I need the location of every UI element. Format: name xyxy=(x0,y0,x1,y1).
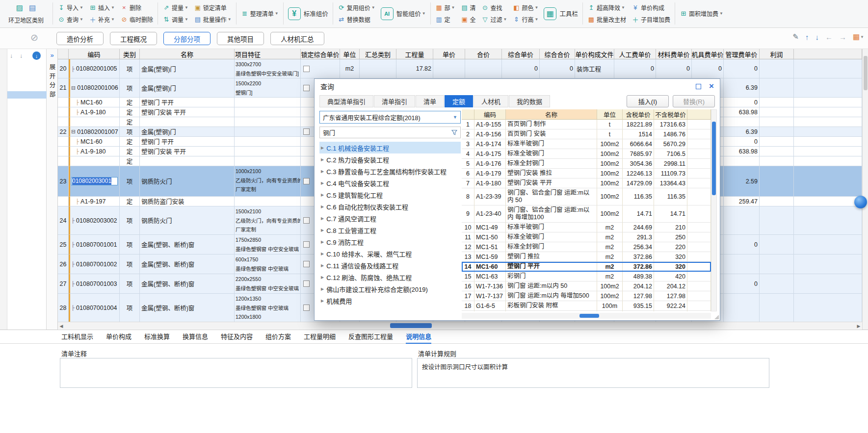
cell-feat[interactable]: 600x1750墨绿色塑钢窗 中空玻璃 xyxy=(235,255,301,274)
results-cell-notax[interactable]: 250 xyxy=(654,232,687,242)
results-cell-fill[interactable] xyxy=(687,242,711,252)
results-cell-code[interactable]: A1-9-155 xyxy=(474,120,506,129)
tab-other-items[interactable]: 其他项目 xyxy=(217,32,264,45)
cell-unit[interactable]: m2 xyxy=(340,59,360,78)
filter-button[interactable]: ▽过滤▼ xyxy=(479,14,509,25)
horizontal-scroll-thumb[interactable] xyxy=(390,323,432,328)
results-cell-unit[interactable]: 100m2 xyxy=(597,149,623,159)
cell-name[interactable]: 金属(塑钢、断桥)窗 xyxy=(140,255,235,274)
cell-code[interactable]: ├010807001003 xyxy=(69,274,120,294)
cell-cat[interactable]: 项 xyxy=(120,127,140,137)
column-header-costfile[interactable]: 单价构成文件 xyxy=(575,49,614,59)
cell-code[interactable]: ├010807001004 xyxy=(69,294,120,322)
cell-num[interactable] xyxy=(58,137,69,147)
cell-code[interactable]: ├MC1-60 xyxy=(69,137,120,147)
dialog-tab-list-guide[interactable]: 清单指引 xyxy=(374,95,415,107)
batch-operations-button[interactable]: ▤批量操作▼ xyxy=(192,14,234,25)
results-cell-name[interactable]: 塑钢门安装 推拉 xyxy=(506,169,597,178)
results-cell-notax[interactable]: 14.71 xyxy=(654,205,687,223)
tree-item[interactable]: ▶C.8 工业管道工程 xyxy=(319,224,461,236)
cell-cat[interactable]: 项 xyxy=(120,255,140,274)
cell-profit[interactable] xyxy=(760,156,794,166)
results-cell-notax[interactable]: 420 xyxy=(654,272,687,281)
results-cell-tax[interactable]: 256.34 xyxy=(623,242,654,252)
results-cell-notax[interactable]: 210 xyxy=(654,223,687,232)
cell-num[interactable]: 23 xyxy=(58,166,69,197)
tree-item[interactable]: ▶机械费用 xyxy=(319,295,461,306)
lock-checkbox[interactable] xyxy=(303,217,310,224)
cell-profit[interactable] xyxy=(760,107,794,117)
results-cell-name[interactable]: 标准全玻钢门 xyxy=(506,232,597,242)
cell-num[interactable] xyxy=(58,147,69,156)
import-button[interactable]: ↧导入▼ xyxy=(55,2,85,13)
scroll-left-icon[interactable]: ◀ xyxy=(58,323,65,329)
cell-lock[interactable] xyxy=(301,59,340,78)
cell-code[interactable]: ├MC1-60 xyxy=(69,98,120,107)
results-cell-name[interactable]: 百页钢门 安装 xyxy=(506,129,597,139)
column-header-name[interactable]: 名称 xyxy=(140,49,235,59)
lock-checkbox[interactable] xyxy=(303,305,310,311)
detail-tab-unit-price-composition[interactable]: 单价构成 xyxy=(106,330,132,344)
dialog-horizontal-scrollbar[interactable] xyxy=(462,313,711,319)
cell-filler[interactable] xyxy=(794,117,862,127)
organize-list-button[interactable]: ≣整理清单▼ xyxy=(239,8,281,19)
tree-item[interactable]: ▶C.5 建筑智能化工程 xyxy=(319,189,461,201)
results-cell-code[interactable]: A1-23-39 xyxy=(474,188,506,205)
all-view-button[interactable]: ▣全 xyxy=(459,14,478,25)
results-cell-notax[interactable]: 220 xyxy=(654,242,687,252)
results-cell-code[interactable]: W1-7-136 xyxy=(474,281,506,291)
results-cell-name[interactable]: 标准全封钢门 xyxy=(506,159,597,169)
results-cell-fill[interactable] xyxy=(687,223,711,232)
reuse-pricing-button[interactable]: ⟳复用组价▼ xyxy=(336,2,377,13)
scroll-right-icon[interactable]: ▶ xyxy=(855,323,862,329)
results-cell-notax[interactable]: 204.12 xyxy=(654,281,687,291)
cell-filler[interactable] xyxy=(794,255,862,274)
cell-code[interactable]: ├010807001002 xyxy=(69,255,120,274)
cell-manage[interactable] xyxy=(724,255,760,274)
lock-checkbox[interactable] xyxy=(303,178,310,184)
results-cell-unit[interactable]: 100m2 xyxy=(597,139,623,149)
results-cell-unit[interactable]: 100m2 xyxy=(597,159,623,169)
cell-feat[interactable]: 1000x2100乙级防火门，向有专业资质的厂家定制 xyxy=(235,166,301,197)
collapse-toggle-icon[interactable]: ⊟ xyxy=(71,128,76,135)
column-header-feat[interactable]: 项目特征 xyxy=(235,49,301,59)
results-cell-idx[interactable]: 3 xyxy=(462,139,474,149)
cell-manage[interactable]: 0 xyxy=(724,59,760,78)
search-input[interactable]: 钢门 xyxy=(319,127,461,138)
cell-manage[interactable]: 638.98 xyxy=(724,107,760,117)
results-cell-name[interactable]: 彩板钢门安装 附框 xyxy=(506,301,597,311)
quota-view-button[interactable]: ▥定 xyxy=(433,14,457,25)
note-textarea[interactable] xyxy=(60,358,412,388)
results-cell-name[interactable]: 标准半玻钢门 xyxy=(506,223,597,232)
area-surcharge-button[interactable]: ⊞面积增加费▼ xyxy=(678,8,725,19)
results-cell-tax[interactable]: 14729.09 xyxy=(623,178,654,188)
cell-feat[interactable]: 2200x2550墨绿色塑钢窗 中空安全玻璃 xyxy=(235,274,301,294)
cell-manage[interactable]: 0 xyxy=(724,137,760,147)
cell-feat[interactable] xyxy=(235,156,301,166)
cell-name[interactable]: 金属(塑钢)门 xyxy=(140,59,235,78)
results-cell-code[interactable]: A1-9-175 xyxy=(474,149,506,159)
cell-profit[interactable] xyxy=(760,98,794,107)
results-cell-tax[interactable]: 204.12 xyxy=(623,281,654,291)
results-cell-unit[interactable]: 100m2 xyxy=(597,178,623,188)
cell-costfile[interactable]: 装饰工程 xyxy=(575,59,614,78)
cell-compt[interactable]: 0 xyxy=(540,59,575,78)
cell-filler[interactable] xyxy=(794,98,862,107)
cell-num[interactable]: 25 xyxy=(58,235,69,255)
tree-item[interactable]: ▶C.9 消防工程 xyxy=(319,236,461,248)
dialog-tab-typical-list-guide[interactable]: 典型清单指引 xyxy=(319,95,373,107)
results-cell-tax[interactable]: 6066.64 xyxy=(623,139,654,149)
results-column-header[interactable]: 不含税单价 xyxy=(654,109,687,120)
cell-name[interactable]: 钢质防盗门安装 xyxy=(140,197,235,206)
results-cell-fill[interactable] xyxy=(687,311,711,311)
dialog-horizontal-scroll-thumb[interactable] xyxy=(579,314,599,318)
results-column-header[interactable]: 名称 xyxy=(506,109,597,120)
detail-tab-feature-content[interactable]: 特征及内容 xyxy=(221,330,253,344)
cell-num[interactable] xyxy=(58,107,69,117)
column-header-compt[interactable]: 综合合价 xyxy=(540,49,575,59)
results-cell-tax[interactable]: 3054.36 xyxy=(623,159,654,169)
results-cell-code[interactable]: A1-9-156 xyxy=(474,129,506,139)
results-cell-fill[interactable] xyxy=(687,281,711,291)
results-cell-name[interactable]: 钢门窗 运距:m以内 50 xyxy=(506,281,597,291)
results-row[interactable]: 18G1-6-5彩板钢门安装 附框100m935.15922.24 xyxy=(462,301,711,311)
